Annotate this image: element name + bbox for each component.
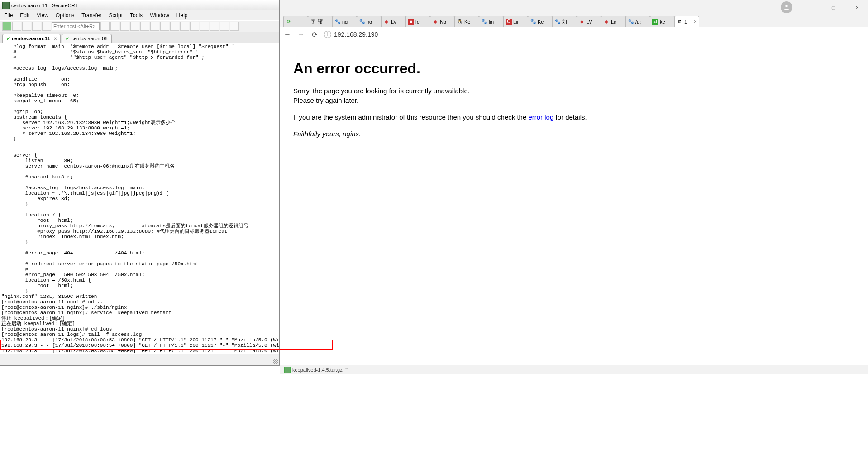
reconnect-icon[interactable] [22, 22, 31, 31]
red-c-favicon: C [506, 19, 512, 25]
minimize-icon[interactable]: — [801, 3, 817, 12]
reload-icon[interactable]: ⟳ [310, 30, 319, 38]
key-icon[interactable] [210, 22, 219, 31]
csdn-favicon: ◆ [579, 19, 585, 25]
check-icon: ✔ [66, 36, 69, 41]
settings-icon[interactable] [190, 22, 199, 31]
tool-icon-10[interactable] [230, 22, 239, 31]
terminal[interactable]: #log_format main '$remote_addr - $remote… [0, 43, 279, 355]
menu-file[interactable]: File [4, 12, 13, 19]
chrome-sysbar: — ▢ ✕ [280, 0, 868, 14]
baidu-favicon: 🐾 [481, 19, 487, 25]
svg-point-0 [785, 5, 787, 7]
menu-view[interactable]: View [37, 12, 48, 19]
print-icon[interactable] [150, 22, 159, 31]
download-bar: keepalived-1.4.5.tar.gz ⌃ [280, 365, 868, 374]
csdn-favicon: ◆ [603, 19, 610, 25]
menu-options[interactable]: Options [56, 12, 74, 19]
tool-icon-8[interactable] [180, 22, 189, 31]
archive-icon [284, 367, 291, 373]
download-filename: keepalived-1.4.5.tar.gz [292, 367, 343, 373]
tool-icon-6[interactable] [160, 22, 169, 31]
tab-label: centos-aaron-06 [71, 36, 107, 41]
download-item[interactable]: keepalived-1.4.5.tar.gz ⌃ [284, 367, 348, 373]
chrome-tab[interactable]: ◆Lir [601, 16, 626, 27]
baidu-favicon: 🐾 [628, 19, 634, 25]
crt-titlebar[interactable]: centos-aaron-11 - SecureCRT [0, 0, 279, 10]
menu-tools[interactable]: Tools [130, 12, 143, 19]
chrome-tab[interactable]: ■[c [405, 16, 430, 27]
tool-icon-2[interactable] [110, 22, 119, 31]
menu-window[interactable]: Window [150, 12, 169, 19]
chrome-tab[interactable]: 🐾ng [357, 16, 382, 27]
close-tab-icon[interactable]: × [54, 36, 57, 41]
chrome-tab[interactable]: 🐾ng [332, 16, 357, 27]
forward-icon[interactable]: → [297, 30, 305, 38]
chrome-tab[interactable]: ◆LV [381, 16, 406, 27]
chevron-icon[interactable]: ⌃ [344, 367, 348, 373]
close-icon[interactable]: ✕ [850, 3, 864, 12]
menu-script[interactable]: Script [109, 12, 123, 19]
maximize-icon[interactable]: ▢ [826, 3, 841, 12]
chrome-tabstrip: ⟳ 字缩 🐾ng 🐾ng ◆LV ■[c ◆Ng 🐧Ke 🐾lin CLir 🐾… [280, 14, 868, 27]
chrome-tab[interactable]: 🐾Ke [528, 16, 553, 27]
admin-message: If you are the system administrator of t… [293, 112, 854, 122]
error-log-link[interactable]: error log [528, 113, 553, 121]
reload-favicon: ⟳ [286, 19, 292, 25]
address-bar[interactable]: i 192.168.29.190 [324, 31, 864, 38]
csdn-favicon: ◆ [383, 19, 390, 25]
menu-transfer[interactable]: Transfer [81, 12, 101, 19]
chrome-tab-active[interactable]: 🗎1× [674, 16, 699, 27]
url-text: 192.168.29.190 [334, 31, 378, 38]
crt-menubar[interactable]: File Edit View Options Transfer Script T… [0, 10, 279, 20]
chrome-tab[interactable]: ⟳ [283, 16, 308, 27]
baidu-favicon: 🐾 [530, 19, 536, 25]
chrome-tab[interactable]: 🐾/u: [625, 16, 650, 27]
chrome-tab[interactable]: ◆Ng [430, 16, 455, 27]
quick-icon[interactable] [12, 22, 21, 31]
menu-help[interactable]: Help [176, 12, 188, 19]
sf-favicon: sf [652, 19, 658, 25]
page-content: An error occurred. Sorry, the page you a… [280, 42, 868, 164]
app-icon [2, 2, 10, 9]
tool-icon-7[interactable] [170, 22, 179, 31]
chrome-tab[interactable]: sfke [650, 16, 675, 27]
crt-title: centos-aaron-11 - SecureCRT [11, 3, 78, 8]
connect-icon[interactable] [2, 22, 11, 31]
tool-icon-4[interactable] [130, 22, 139, 31]
disconnect-icon[interactable] [32, 22, 41, 31]
host-input[interactable] [52, 22, 100, 30]
crt-statusbar [0, 354, 279, 365]
avatar-icon[interactable] [781, 1, 792, 13]
check-icon: ✔ [6, 36, 10, 41]
info-icon[interactable]: i [324, 31, 331, 38]
crt-tab-2[interactable]: ✔ centos-aaron-06 [62, 34, 111, 43]
help-icon[interactable] [220, 22, 229, 31]
tool-icon-9[interactable] [200, 22, 209, 31]
chrome-window: — ▢ ✕ ⟳ 字缩 🐾ng 🐾ng ◆LV ■[c ◆Ng 🐧Ke 🐾lin … [280, 0, 868, 366]
baidu-favicon: 🐾 [359, 19, 365, 25]
log-icon[interactable] [42, 22, 51, 31]
chrome-tab[interactable]: 🐾lin [479, 16, 504, 27]
chrome-tab[interactable]: 🐧Ke [454, 16, 479, 27]
tool-icon-5[interactable] [140, 22, 149, 31]
signoff: Faithfully yours, nginx. [293, 129, 854, 139]
chrome-tab[interactable]: CLir [503, 16, 528, 27]
securecrt-window: centos-aaron-11 - SecureCRT File Edit Vi… [0, 0, 280, 366]
back-icon[interactable]: ← [283, 30, 291, 38]
tool-icon-1[interactable] [100, 22, 110, 31]
text-favicon: 字 [310, 19, 316, 25]
menu-edit[interactable]: Edit [20, 12, 29, 19]
resize-handle-icon[interactable] [273, 359, 278, 364]
chrome-tab[interactable]: ◆LV [577, 16, 601, 27]
chrome-tab[interactable]: 字缩 [308, 16, 333, 27]
tab-label: centos-aaron-11 [12, 36, 50, 41]
baidu-favicon: 🐾 [334, 19, 341, 25]
close-tab-icon[interactable]: × [693, 18, 697, 25]
tool-icon-3[interactable] [120, 22, 129, 31]
page-favicon: 🗎 [677, 19, 683, 25]
crt-tabs: ✔ centos-aaron-11 × ✔ centos-aaron-06 [0, 32, 279, 43]
chrome-tab[interactable]: 🐾如 [552, 16, 577, 27]
crt-tab-1[interactable]: ✔ centos-aaron-11 × [2, 34, 61, 43]
tux-favicon: 🐧 [457, 19, 463, 25]
